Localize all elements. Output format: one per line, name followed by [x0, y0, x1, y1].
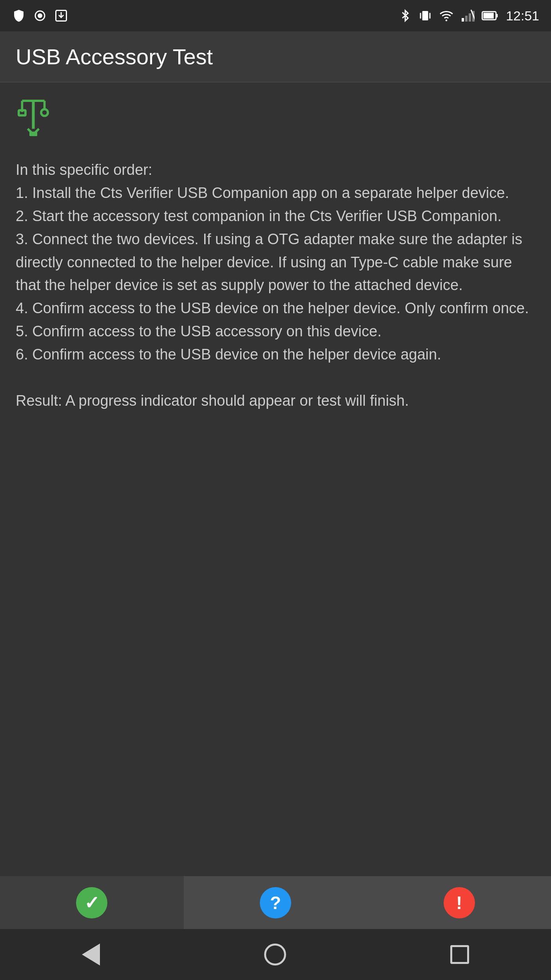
shield-icon: [12, 9, 26, 23]
nav-bar: [0, 929, 551, 980]
svg-rect-15: [496, 14, 498, 18]
home-button[interactable]: [264, 944, 286, 965]
svg-point-21: [41, 109, 48, 116]
status-bar: 12:51: [0, 0, 551, 31]
recents-button[interactable]: [450, 945, 469, 964]
info-button[interactable]: ?: [184, 876, 368, 929]
svg-rect-14: [483, 13, 493, 19]
main-content: In this specific order: 1. Install the C…: [0, 82, 551, 428]
svg-rect-10: [469, 13, 471, 22]
svg-rect-19: [19, 110, 25, 115]
home-icon: [264, 944, 286, 965]
usb-icon: [16, 98, 535, 143]
recents-icon: [450, 945, 469, 964]
signal-icon: [460, 9, 475, 23]
app-bar: USB Accessory Test: [0, 31, 551, 82]
back-button[interactable]: [82, 944, 100, 965]
svg-rect-8: [462, 18, 464, 22]
download-icon: [54, 9, 68, 23]
record-icon: [33, 9, 47, 23]
pass-icon: ✓: [76, 887, 107, 918]
status-icons-right: 12:51: [399, 8, 539, 24]
svg-rect-6: [429, 13, 430, 19]
svg-rect-22: [29, 132, 37, 136]
svg-point-1: [38, 13, 42, 18]
pass-button[interactable]: ✓: [0, 876, 184, 929]
status-icons-left: [12, 9, 68, 23]
bluetooth-icon: [399, 9, 411, 23]
usb-symbol: [16, 98, 51, 137]
fail-icon: !: [444, 887, 475, 918]
vibrate-icon: [418, 9, 432, 23]
bottom-action-bar: ✓ ? !: [0, 876, 551, 929]
instructions-text: In this specific order: 1. Install the C…: [16, 158, 535, 412]
wifi-icon: [439, 9, 453, 23]
svg-rect-4: [422, 11, 428, 20]
battery-icon: [482, 9, 499, 23]
svg-rect-5: [420, 13, 421, 19]
status-time: 12:51: [506, 8, 539, 24]
svg-rect-9: [465, 16, 468, 22]
back-icon: [82, 944, 100, 965]
info-icon: ?: [260, 887, 291, 918]
svg-point-7: [446, 20, 448, 22]
fail-button[interactable]: !: [367, 876, 551, 929]
page-title: USB Accessory Test: [16, 44, 213, 69]
